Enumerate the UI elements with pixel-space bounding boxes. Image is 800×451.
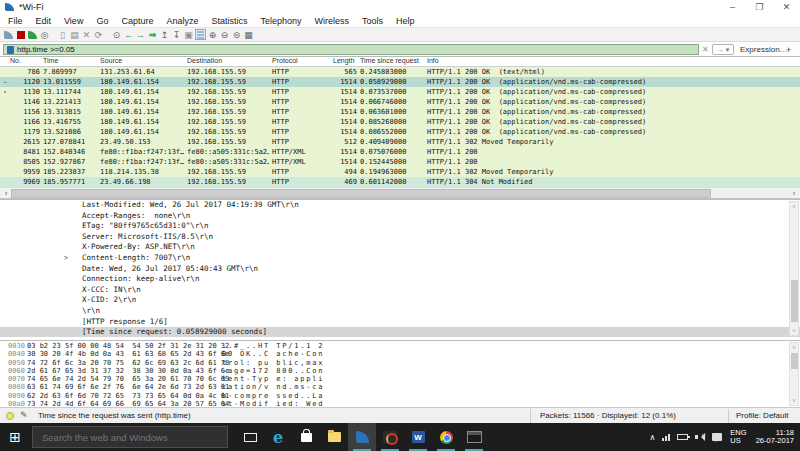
hex-row[interactable]: 003003 b2 23 5f 00 00 48 54 54 50 2f 31 … (0, 342, 800, 350)
detail-line[interactable]: Accept-Ranges: none\r\n (0, 211, 800, 222)
table-row[interactable]: 9959185.223837118.214.135.38192.168.155.… (0, 167, 800, 177)
save-file-icon[interactable]: ▤ (69, 28, 80, 41)
hex-row[interactable]: 009062 2d 63 6f 6d 70 72 65 73 73 65 64 … (0, 392, 800, 400)
detail-line[interactable]: X-CID: 2\r\n (0, 295, 800, 306)
column-source[interactable]: Source (97, 57, 184, 66)
detail-line[interactable]: Server: Microsoft-IIS/8.5\r\n (0, 232, 800, 243)
colorize-icon[interactable] (195, 28, 206, 41)
hscroll-right-icon[interactable]: › (789, 188, 799, 198)
menu-go[interactable]: Go (96, 16, 108, 26)
column-protocol[interactable]: Protocol (269, 57, 331, 66)
word-button[interactable]: W (404, 423, 432, 451)
menu-analyze[interactable]: Analyze (166, 16, 198, 26)
go-forward-icon[interactable]: → (135, 28, 146, 41)
menu-help[interactable]: Help (396, 16, 415, 26)
table-row[interactable]: •113013.111744180.149.61.154192.168.155.… (0, 87, 800, 97)
open-file-icon[interactable]: ▯ (57, 28, 68, 41)
capture-comment-icon[interactable]: ✎ (20, 410, 28, 420)
go-back-icon[interactable]: ← (123, 28, 134, 41)
detail-line[interactable]: ETag: "80ff9765c65d31:0"\r\n (0, 221, 800, 232)
action-center-icon[interactable] (712, 433, 722, 441)
hex-row[interactable]: 008063 61 74 69 6f 6e 2f 76 6e 64 2e 6d … (0, 383, 800, 391)
detail-line[interactable]: X-Powered-By: ASP.NET\r\n (0, 242, 800, 253)
filter-apply-arrow-icon[interactable]: → (717, 46, 724, 53)
column-time[interactable]: Time (40, 57, 97, 66)
zoom-in-icon[interactable]: ⊕ (207, 28, 218, 41)
vscroll-down-icon[interactable]: ˅ (790, 326, 798, 335)
column-info[interactable]: Info (423, 57, 800, 66)
task-view-button[interactable] (236, 423, 264, 451)
store-button[interactable] (292, 423, 320, 451)
resize-columns-icon[interactable]: ▦ (243, 28, 254, 41)
start-capture-icon[interactable] (3, 28, 14, 41)
column-destination[interactable]: Destination (184, 57, 269, 66)
detail-line[interactable]: Date: Wed, 26 Jul 2017 05:40:43 GMT\r\n (0, 264, 800, 275)
menu-statistics[interactable]: Statistics (211, 16, 247, 26)
vscroll-down-icon[interactable]: ˅ (790, 396, 798, 405)
table-row[interactable]: 8505152.927867fe80::f1ba:f247:13f…fe80::… (0, 157, 800, 167)
column-length[interactable]: Length (331, 57, 357, 66)
wireshark-taskbar-button[interactable] (348, 423, 376, 451)
edge-button[interactable]: e (264, 423, 292, 451)
packet-list-hscrollbar[interactable]: ‹ › (0, 187, 800, 199)
network-icon[interactable] (662, 434, 670, 441)
column-no[interactable]: No. (10, 57, 40, 66)
detail-line[interactable]: Connection: keep-alive\r\n (0, 274, 800, 285)
close-file-icon[interactable]: ✕ (81, 28, 92, 41)
hex-row[interactable]: 00a073 74 2d 4d 6f 64 69 66 69 65 64 3a … (0, 400, 800, 407)
hex-row[interactable]: 004030 30 20 4f 4b 0d 0a 43 61 63 68 65 … (0, 350, 800, 358)
detail-line[interactable]: \r\n (0, 306, 800, 317)
maximize-button[interactable]: ❐ (746, 0, 773, 14)
display-filter-field[interactable] (3, 44, 699, 55)
table-row[interactable]: 9969185.95777123.49.66.198192.168.155.59… (0, 177, 800, 187)
find-packet-icon[interactable]: ⊙ (111, 28, 122, 41)
file-explorer-button[interactable] (320, 423, 348, 451)
menu-capture[interactable]: Capture (121, 16, 153, 26)
table-row[interactable]: 116613.416755180.149.61.154192.168.155.5… (0, 117, 800, 127)
menu-wireless[interactable]: Wireless (315, 16, 350, 26)
auto-scroll-icon[interactable]: ▣ (183, 28, 194, 41)
detail-line[interactable]: [HTTP response 1/6] (0, 317, 800, 328)
taskbar-search[interactable] (32, 426, 228, 448)
vscroll-thumb[interactable] (791, 280, 798, 322)
vscroll-thumb[interactable] (791, 353, 798, 369)
table-row[interactable]: 2615127.07884123.49.50.153192.168.155.59… (0, 137, 800, 147)
table-row[interactable]: 114613.221413180.149.61.154192.168.155.5… (0, 97, 800, 107)
table-row[interactable]: 117913.521086180.149.61.154192.168.155.5… (0, 127, 800, 137)
menu-view[interactable]: View (64, 16, 83, 26)
go-first-icon[interactable]: ↥ (159, 28, 170, 41)
table-row[interactable]: 8481152.840346fe80::f1ba:f247:13f…fe80::… (0, 147, 800, 157)
vscroll-up-icon[interactable]: ˄ (790, 343, 798, 352)
menu-telephony[interactable]: Telephony (260, 16, 301, 26)
vscroll-up-icon[interactable]: ˄ (790, 202, 798, 211)
chrome-button[interactable] (432, 423, 460, 451)
filter-add-button[interactable]: + (786, 45, 791, 55)
filter-clear-icon[interactable]: ✕ (702, 45, 709, 54)
table-row-selected[interactable]: →112013.011559180.149.61.154192.168.155.… (0, 77, 800, 87)
stop-capture-icon[interactable] (15, 28, 26, 41)
detail-line[interactable]: X-CCC: IN\r\n (0, 285, 800, 296)
go-last-icon[interactable]: ↧ (171, 28, 182, 41)
table-row[interactable]: 115613.313815180.149.61.154192.168.155.5… (0, 107, 800, 117)
expert-info-icon[interactable] (6, 412, 14, 420)
close-button[interactable]: ✕ (773, 0, 800, 14)
profile-label[interactable]: Profile: Default (736, 411, 788, 420)
expression-button[interactable]: Expression… (740, 45, 788, 54)
hex-row[interactable]: 005074 72 6f 6c 3a 20 70 75 62 6c 69 63 … (0, 359, 800, 367)
search-input[interactable] (33, 432, 227, 443)
reload-file-icon[interactable]: ⟳ (93, 28, 104, 41)
detail-line[interactable]: >Content-Length: 7007\r\n (0, 253, 800, 264)
minimize-button[interactable]: – (719, 0, 746, 14)
zoom-out-icon[interactable]: ⊖ (219, 28, 230, 41)
clock[interactable]: 11:18 26-07-2017 (756, 429, 794, 445)
browser-app-button[interactable] (376, 423, 404, 451)
hex-row[interactable]: 007074 65 6e 74 2d 54 79 70 65 3a 20 61 … (0, 375, 800, 383)
menu-file[interactable]: File (8, 16, 23, 26)
filter-apply-caret-icon[interactable]: ▾ (726, 46, 730, 54)
hscroll-left-icon[interactable]: ‹ (1, 188, 11, 198)
filter-bookmark-icon[interactable] (7, 46, 14, 54)
menu-edit[interactable]: Edit (36, 16, 52, 26)
start-button[interactable]: ⊞ (0, 423, 30, 451)
display-filter-input[interactable] (17, 45, 698, 54)
battery-icon[interactable] (677, 434, 688, 440)
